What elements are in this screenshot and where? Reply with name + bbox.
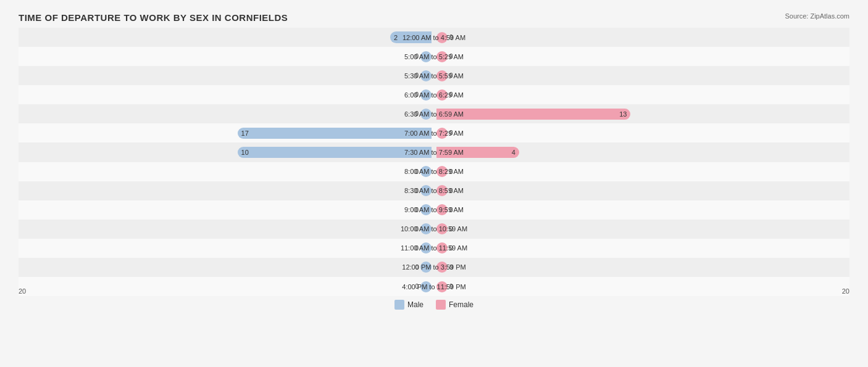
left-section: 17 xyxy=(19,123,434,142)
bar-row: 08:30 AM to 8:59 AM0 xyxy=(19,181,849,200)
left-section: 0 xyxy=(19,200,434,220)
right-section: 0 xyxy=(434,277,849,296)
right-section: 0 xyxy=(434,28,849,47)
female-value: 13 xyxy=(619,110,627,118)
time-label: 12:00 AM to 4:59 AM xyxy=(403,34,465,41)
left-section: 0 xyxy=(19,104,434,123)
time-label: 6:30 AM to 6:59 AM xyxy=(404,110,464,118)
male-bar: 10 xyxy=(238,147,432,159)
right-section: 4 xyxy=(434,142,849,162)
legend-female: Female xyxy=(436,300,474,310)
left-section: 0 xyxy=(19,66,434,85)
female-swatch xyxy=(436,300,446,310)
time-label: 11:00 AM to 11:59 AM xyxy=(401,244,467,252)
bar-row: 05:30 AM to 5:59 AM0 xyxy=(19,66,849,85)
right-section: 0 xyxy=(434,258,849,277)
legend: Male Female xyxy=(19,300,849,310)
bar-row: 010:00 AM to 10:59 AM0 xyxy=(19,220,849,239)
female-bar: 13 xyxy=(436,109,630,120)
chart-title: TIME OF DEPARTURE TO WORK BY SEX IN CORN… xyxy=(19,12,849,23)
right-section: 0 xyxy=(434,200,849,220)
bar-row: 04:00 PM to 11:59 PM0 xyxy=(19,277,849,296)
source-text: Source: ZipAtlas.com xyxy=(785,12,849,20)
chart-area: 212:00 AM to 4:59 AM005:00 AM to 5:29 AM… xyxy=(19,28,849,315)
time-label: 7:30 AM to 7:59 AM xyxy=(404,149,464,156)
time-label: 4:00 PM to 11:59 PM xyxy=(402,283,465,291)
female-label: Female xyxy=(449,300,474,309)
rows-container: 212:00 AM to 4:59 AM005:00 AM to 5:29 AM… xyxy=(19,28,849,296)
time-label: 7:00 AM to 7:29 AM xyxy=(404,130,464,137)
right-section: 0 xyxy=(434,239,849,258)
left-section: 0 xyxy=(19,181,434,200)
right-section: 0 xyxy=(434,85,849,104)
male-value: 17 xyxy=(241,130,249,137)
left-section: 2 xyxy=(19,28,434,47)
right-section: 0 xyxy=(434,123,849,142)
right-section: 0 xyxy=(434,66,849,85)
time-label: 10:00 AM to 10:59 AM xyxy=(401,225,467,233)
bar-row: 012:00 PM to 3:59 PM0 xyxy=(19,258,849,277)
bar-row: 212:00 AM to 4:59 AM0 xyxy=(19,28,849,47)
bar-row: 011:00 AM to 11:59 AM0 xyxy=(19,239,849,258)
left-section: 0 xyxy=(19,239,434,258)
bar-row: 177:00 AM to 7:29 AM0 xyxy=(19,123,849,142)
male-swatch xyxy=(394,300,404,310)
right-section: 0 xyxy=(434,181,849,200)
left-section: 0 xyxy=(19,220,434,239)
bar-row: 05:00 AM to 5:29 AM0 xyxy=(19,47,849,66)
time-label: 9:00 AM to 9:59 AM xyxy=(404,206,464,213)
male-bar: 17 xyxy=(238,128,432,139)
right-section: 0 xyxy=(434,47,849,66)
left-section: 0 xyxy=(19,277,434,296)
left-section: 10 xyxy=(19,142,434,162)
time-label: 8:30 AM to 8:59 AM xyxy=(404,187,464,194)
right-section: 0 xyxy=(434,162,849,181)
time-label: 5:00 AM to 5:29 AM xyxy=(404,53,464,60)
left-section: 0 xyxy=(19,47,434,66)
right-section: 13 xyxy=(434,104,849,123)
time-label: 12:00 PM to 3:59 PM xyxy=(402,263,465,271)
bar-row: 08:00 AM to 8:29 AM0 xyxy=(19,162,849,181)
right-section: 0 xyxy=(434,220,849,239)
left-section: 0 xyxy=(19,85,434,104)
bar-row: 06:30 AM to 6:59 AM13 xyxy=(19,104,849,123)
male-value: 2 xyxy=(394,34,398,41)
time-label: 6:00 AM to 6:29 AM xyxy=(404,91,464,99)
left-section: 0 xyxy=(19,162,434,181)
bar-row: 09:00 AM to 9:59 AM0 xyxy=(19,200,849,220)
time-label: 8:00 AM to 8:29 AM xyxy=(404,168,464,175)
chart-container: TIME OF DEPARTURE TO WORK BY SEX IN CORN… xyxy=(0,0,868,367)
male-value: 10 xyxy=(241,149,249,156)
left-section: 0 xyxy=(19,258,434,277)
bar-row: 06:00 AM to 6:29 AM0 xyxy=(19,85,849,104)
legend-male: Male xyxy=(394,300,424,310)
male-label: Male xyxy=(407,300,424,309)
bar-row: 107:30 AM to 7:59 AM4 xyxy=(19,142,849,162)
female-value: 4 xyxy=(512,149,515,156)
time-label: 5:30 AM to 5:59 AM xyxy=(404,72,464,80)
